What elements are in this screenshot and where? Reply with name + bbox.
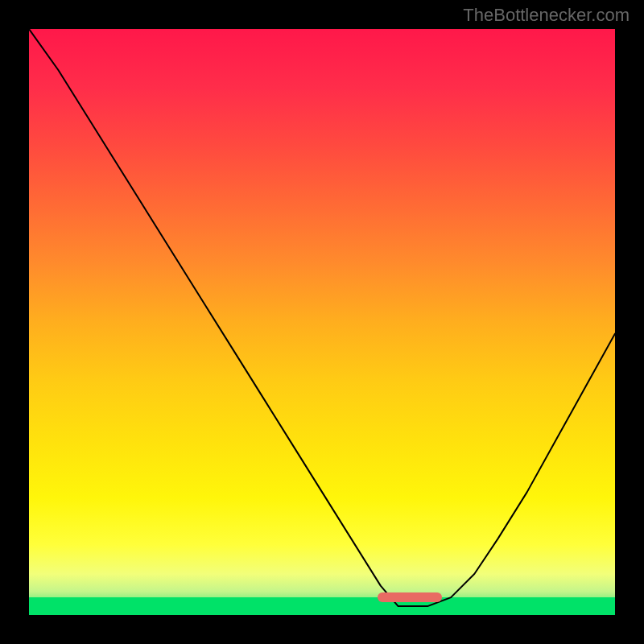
bottleneck-curve [29, 29, 615, 615]
bottleneck-chart [29, 29, 615, 615]
watermark-text: TheBottlenecker.com [463, 5, 630, 26]
optimal-range-marker [378, 592, 442, 602]
